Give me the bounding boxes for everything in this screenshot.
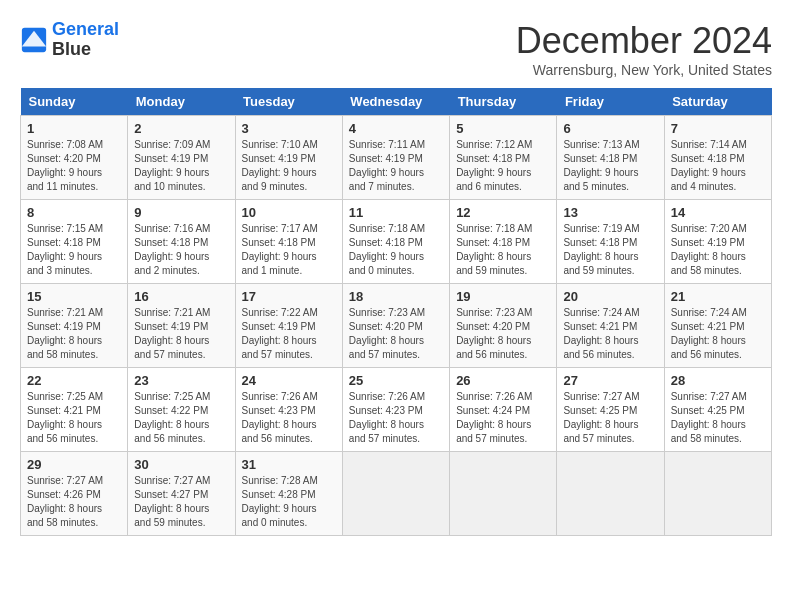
calendar-cell: 5Sunrise: 7:12 AMSunset: 4:18 PMDaylight… bbox=[450, 116, 557, 200]
calendar-title: December 2024 bbox=[516, 20, 772, 62]
calendar-cell: 22Sunrise: 7:25 AMSunset: 4:21 PMDayligh… bbox=[21, 368, 128, 452]
week-row-3: 15Sunrise: 7:21 AMSunset: 4:19 PMDayligh… bbox=[21, 284, 772, 368]
day-info: Sunrise: 7:25 AMSunset: 4:21 PMDaylight:… bbox=[27, 390, 121, 446]
day-number: 31 bbox=[242, 457, 336, 472]
logo: General Blue bbox=[20, 20, 119, 60]
calendar-cell bbox=[342, 452, 449, 536]
day-number: 8 bbox=[27, 205, 121, 220]
calendar-table: SundayMondayTuesdayWednesdayThursdayFrid… bbox=[20, 88, 772, 536]
calendar-cell: 11Sunrise: 7:18 AMSunset: 4:18 PMDayligh… bbox=[342, 200, 449, 284]
day-number: 25 bbox=[349, 373, 443, 388]
day-number: 11 bbox=[349, 205, 443, 220]
day-info: Sunrise: 7:27 AMSunset: 4:25 PMDaylight:… bbox=[563, 390, 657, 446]
calendar-cell: 10Sunrise: 7:17 AMSunset: 4:18 PMDayligh… bbox=[235, 200, 342, 284]
week-row-2: 8Sunrise: 7:15 AMSunset: 4:18 PMDaylight… bbox=[21, 200, 772, 284]
week-row-1: 1Sunrise: 7:08 AMSunset: 4:20 PMDaylight… bbox=[21, 116, 772, 200]
weekday-header-row: SundayMondayTuesdayWednesdayThursdayFrid… bbox=[21, 88, 772, 116]
week-row-5: 29Sunrise: 7:27 AMSunset: 4:26 PMDayligh… bbox=[21, 452, 772, 536]
logo-line2: Blue bbox=[52, 40, 119, 60]
calendar-cell: 31Sunrise: 7:28 AMSunset: 4:28 PMDayligh… bbox=[235, 452, 342, 536]
day-number: 17 bbox=[242, 289, 336, 304]
day-info: Sunrise: 7:21 AMSunset: 4:19 PMDaylight:… bbox=[134, 306, 228, 362]
day-info: Sunrise: 7:14 AMSunset: 4:18 PMDaylight:… bbox=[671, 138, 765, 194]
day-info: Sunrise: 7:21 AMSunset: 4:19 PMDaylight:… bbox=[27, 306, 121, 362]
calendar-cell bbox=[450, 452, 557, 536]
weekday-header-tuesday: Tuesday bbox=[235, 88, 342, 116]
day-number: 24 bbox=[242, 373, 336, 388]
day-number: 2 bbox=[134, 121, 228, 136]
day-info: Sunrise: 7:18 AMSunset: 4:18 PMDaylight:… bbox=[456, 222, 550, 278]
calendar-cell: 20Sunrise: 7:24 AMSunset: 4:21 PMDayligh… bbox=[557, 284, 664, 368]
day-info: Sunrise: 7:23 AMSunset: 4:20 PMDaylight:… bbox=[349, 306, 443, 362]
day-info: Sunrise: 7:27 AMSunset: 4:25 PMDaylight:… bbox=[671, 390, 765, 446]
calendar-cell bbox=[664, 452, 771, 536]
day-info: Sunrise: 7:16 AMSunset: 4:18 PMDaylight:… bbox=[134, 222, 228, 278]
day-number: 22 bbox=[27, 373, 121, 388]
day-info: Sunrise: 7:12 AMSunset: 4:18 PMDaylight:… bbox=[456, 138, 550, 194]
week-row-4: 22Sunrise: 7:25 AMSunset: 4:21 PMDayligh… bbox=[21, 368, 772, 452]
day-number: 9 bbox=[134, 205, 228, 220]
calendar-cell: 27Sunrise: 7:27 AMSunset: 4:25 PMDayligh… bbox=[557, 368, 664, 452]
weekday-header-thursday: Thursday bbox=[450, 88, 557, 116]
calendar-cell: 4Sunrise: 7:11 AMSunset: 4:19 PMDaylight… bbox=[342, 116, 449, 200]
day-info: Sunrise: 7:25 AMSunset: 4:22 PMDaylight:… bbox=[134, 390, 228, 446]
weekday-header-monday: Monday bbox=[128, 88, 235, 116]
calendar-cell: 7Sunrise: 7:14 AMSunset: 4:18 PMDaylight… bbox=[664, 116, 771, 200]
day-info: Sunrise: 7:23 AMSunset: 4:20 PMDaylight:… bbox=[456, 306, 550, 362]
day-info: Sunrise: 7:08 AMSunset: 4:20 PMDaylight:… bbox=[27, 138, 121, 194]
day-info: Sunrise: 7:24 AMSunset: 4:21 PMDaylight:… bbox=[671, 306, 765, 362]
day-info: Sunrise: 7:20 AMSunset: 4:19 PMDaylight:… bbox=[671, 222, 765, 278]
calendar-cell: 24Sunrise: 7:26 AMSunset: 4:23 PMDayligh… bbox=[235, 368, 342, 452]
calendar-cell: 2Sunrise: 7:09 AMSunset: 4:19 PMDaylight… bbox=[128, 116, 235, 200]
day-number: 6 bbox=[563, 121, 657, 136]
calendar-cell: 13Sunrise: 7:19 AMSunset: 4:18 PMDayligh… bbox=[557, 200, 664, 284]
day-number: 16 bbox=[134, 289, 228, 304]
day-info: Sunrise: 7:24 AMSunset: 4:21 PMDaylight:… bbox=[563, 306, 657, 362]
day-number: 18 bbox=[349, 289, 443, 304]
day-number: 28 bbox=[671, 373, 765, 388]
calendar-cell: 3Sunrise: 7:10 AMSunset: 4:19 PMDaylight… bbox=[235, 116, 342, 200]
day-info: Sunrise: 7:28 AMSunset: 4:28 PMDaylight:… bbox=[242, 474, 336, 530]
day-number: 13 bbox=[563, 205, 657, 220]
calendar-cell: 30Sunrise: 7:27 AMSunset: 4:27 PMDayligh… bbox=[128, 452, 235, 536]
day-info: Sunrise: 7:27 AMSunset: 4:27 PMDaylight:… bbox=[134, 474, 228, 530]
day-info: Sunrise: 7:22 AMSunset: 4:19 PMDaylight:… bbox=[242, 306, 336, 362]
day-info: Sunrise: 7:26 AMSunset: 4:23 PMDaylight:… bbox=[349, 390, 443, 446]
day-number: 19 bbox=[456, 289, 550, 304]
day-number: 5 bbox=[456, 121, 550, 136]
day-number: 7 bbox=[671, 121, 765, 136]
calendar-cell: 23Sunrise: 7:25 AMSunset: 4:22 PMDayligh… bbox=[128, 368, 235, 452]
title-block: December 2024 Warrensburg, New York, Uni… bbox=[516, 20, 772, 78]
header: General Blue December 2024 Warrensburg, … bbox=[20, 20, 772, 78]
calendar-cell: 8Sunrise: 7:15 AMSunset: 4:18 PMDaylight… bbox=[21, 200, 128, 284]
calendar-cell: 6Sunrise: 7:13 AMSunset: 4:18 PMDaylight… bbox=[557, 116, 664, 200]
day-number: 29 bbox=[27, 457, 121, 472]
day-info: Sunrise: 7:13 AMSunset: 4:18 PMDaylight:… bbox=[563, 138, 657, 194]
calendar-cell: 25Sunrise: 7:26 AMSunset: 4:23 PMDayligh… bbox=[342, 368, 449, 452]
day-number: 3 bbox=[242, 121, 336, 136]
calendar-cell: 14Sunrise: 7:20 AMSunset: 4:19 PMDayligh… bbox=[664, 200, 771, 284]
day-number: 14 bbox=[671, 205, 765, 220]
day-info: Sunrise: 7:19 AMSunset: 4:18 PMDaylight:… bbox=[563, 222, 657, 278]
weekday-header-wednesday: Wednesday bbox=[342, 88, 449, 116]
calendar-cell: 12Sunrise: 7:18 AMSunset: 4:18 PMDayligh… bbox=[450, 200, 557, 284]
calendar-cell: 1Sunrise: 7:08 AMSunset: 4:20 PMDaylight… bbox=[21, 116, 128, 200]
day-info: Sunrise: 7:26 AMSunset: 4:24 PMDaylight:… bbox=[456, 390, 550, 446]
day-number: 27 bbox=[563, 373, 657, 388]
day-number: 21 bbox=[671, 289, 765, 304]
day-number: 4 bbox=[349, 121, 443, 136]
logo-icon bbox=[20, 26, 48, 54]
calendar-cell bbox=[557, 452, 664, 536]
day-info: Sunrise: 7:15 AMSunset: 4:18 PMDaylight:… bbox=[27, 222, 121, 278]
calendar-cell: 9Sunrise: 7:16 AMSunset: 4:18 PMDaylight… bbox=[128, 200, 235, 284]
day-number: 26 bbox=[456, 373, 550, 388]
calendar-cell: 29Sunrise: 7:27 AMSunset: 4:26 PMDayligh… bbox=[21, 452, 128, 536]
day-info: Sunrise: 7:26 AMSunset: 4:23 PMDaylight:… bbox=[242, 390, 336, 446]
day-number: 30 bbox=[134, 457, 228, 472]
logo-line1: General bbox=[52, 19, 119, 39]
calendar-subtitle: Warrensburg, New York, United States bbox=[516, 62, 772, 78]
calendar-cell: 26Sunrise: 7:26 AMSunset: 4:24 PMDayligh… bbox=[450, 368, 557, 452]
weekday-header-sunday: Sunday bbox=[21, 88, 128, 116]
weekday-header-friday: Friday bbox=[557, 88, 664, 116]
logo-text: General Blue bbox=[52, 20, 119, 60]
